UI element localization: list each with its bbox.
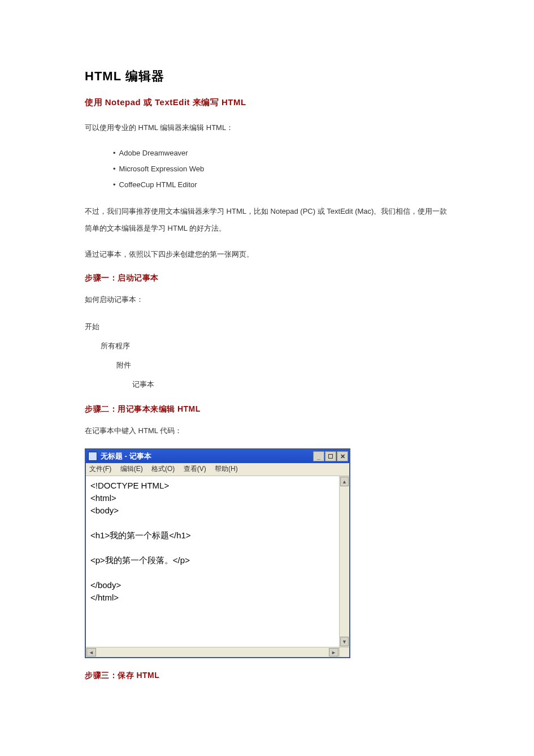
step1-body: 如何启动记事本： <box>85 291 449 308</box>
menu-view[interactable]: 查看(V) <box>184 465 206 473</box>
minimize-button[interactable]: _ <box>313 451 324 461</box>
scroll-up-button[interactable]: ▲ <box>340 477 349 486</box>
page-title: HTML 编辑器 <box>85 68 449 85</box>
step-heading-1: 步骤一：启动记事本 <box>85 273 449 283</box>
section-heading-editors: 使用 Notepad 或 TextEdit 来编写 HTML <box>85 97 449 108</box>
notepad-titlebar[interactable]: 无标题 - 记事本 _ ✕ <box>86 450 349 463</box>
list-item: CoffeeCup HTML Editor <box>113 177 449 193</box>
editor-list: Adobe Dreamweaver Microsoft Expression W… <box>85 145 449 193</box>
body-paragraph: 不过，我们同事推荐使用文本编辑器来学习 HTML，比如 Notepad (PC)… <box>85 203 449 237</box>
scroll-track[interactable] <box>340 487 349 636</box>
horizontal-scrollbar[interactable]: ◄ ► <box>86 647 349 657</box>
notepad-window-title: 无标题 - 记事本 <box>101 451 312 461</box>
path-level-accessories: 附件 <box>116 356 449 375</box>
vertical-scrollbar[interactable]: ▲ ▼ <box>339 476 349 647</box>
menu-path: 开始 所有程序 附件 记事本 <box>85 317 449 394</box>
menu-file[interactable]: 文件(F) <box>89 465 111 473</box>
menu-format[interactable]: 格式(O) <box>151 465 175 473</box>
step2-body: 在记事本中键入 HTML 代码： <box>85 422 449 439</box>
scroll-left-button[interactable]: ◄ <box>86 648 96 656</box>
path-level-programs: 所有程序 <box>101 336 449 356</box>
menu-help[interactable]: 帮助(H) <box>215 465 238 473</box>
path-level-start: 开始 <box>85 317 449 336</box>
step-heading-2: 步骤二：用记事本来编辑 HTML <box>85 404 449 414</box>
close-button[interactable]: ✕ <box>337 451 348 461</box>
scroll-track[interactable] <box>97 647 328 657</box>
scroll-down-button[interactable]: ▼ <box>340 637 349 646</box>
step-heading-3: 步骤三：保存 HTML <box>85 671 449 681</box>
scroll-right-button[interactable]: ► <box>329 648 338 656</box>
scroll-corner <box>339 647 349 657</box>
path-level-notepad: 记事本 <box>132 375 449 394</box>
maximize-button[interactable] <box>325 451 336 461</box>
notepad-text-area[interactable]: <!DOCTYPE HTML> <html> <body> <h1>我的第一个标… <box>86 476 339 647</box>
notepad-window: 无标题 - 记事本 _ ✕ 文件(F) 编辑(E) 格式(O) 查看(V) 帮助… <box>85 448 350 658</box>
notepad-menubar: 文件(F) 编辑(E) 格式(O) 查看(V) 帮助(H) <box>86 463 349 476</box>
menu-edit[interactable]: 编辑(E) <box>120 465 143 473</box>
intro-paragraph: 可以使用专业的 HTML 编辑器来编辑 HTML： <box>85 119 449 136</box>
list-item: Microsoft Expression Web <box>113 161 449 177</box>
body-paragraph: 通过记事本，依照以下四步来创建您的第一张网页。 <box>85 246 449 263</box>
list-item: Adobe Dreamweaver <box>113 145 449 161</box>
notepad-app-icon <box>88 452 97 461</box>
document-page: HTML 编辑器 使用 Notepad 或 TextEdit 来编写 HTML … <box>0 0 534 723</box>
